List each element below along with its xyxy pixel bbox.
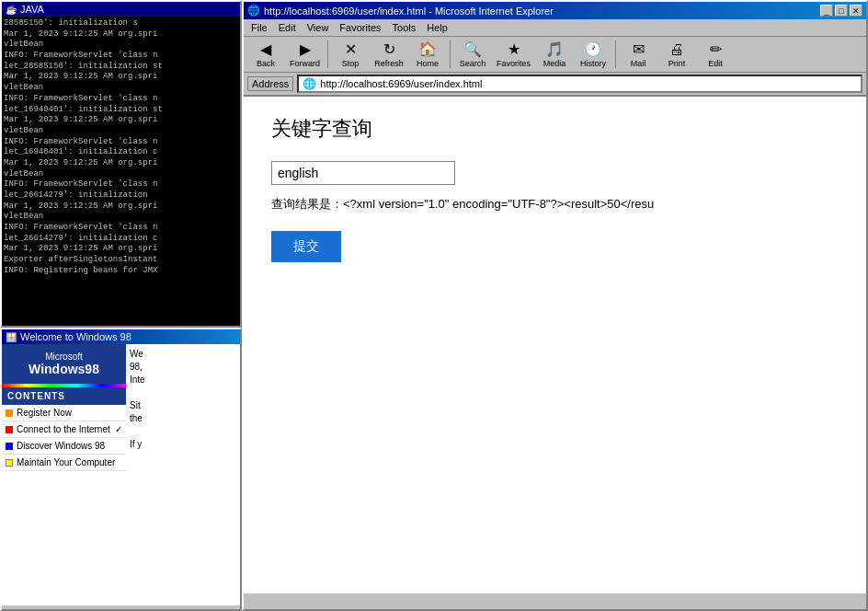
print-button[interactable]: 🖨 Print: [658, 40, 695, 70]
back-label: Back: [257, 59, 275, 68]
maintain-bullet: [6, 459, 13, 467]
win98-main-content: We98,InteSittheIf y: [126, 344, 240, 605]
toolbar-separator-2: [450, 40, 451, 68]
favorites-button[interactable]: ★ Favorites: [493, 39, 534, 70]
stop-label: Stop: [342, 59, 360, 68]
win98-title: Welcome to Windows 98: [20, 331, 131, 342]
menu-view[interactable]: View: [302, 20, 335, 35]
page-title: 关键字查询: [271, 115, 839, 143]
java-icon: ☕: [6, 5, 17, 15]
refresh-label: Refresh: [374, 59, 404, 68]
toolbar-separator-3: [615, 40, 616, 68]
mail-button[interactable]: ✉ Mail: [620, 39, 657, 70]
keyword-input[interactable]: [271, 161, 455, 185]
win98-logo-text: Microsoft: [9, 352, 119, 362]
forward-button[interactable]: ▶ Forward: [286, 39, 324, 70]
ie-window: 🌐 http://localhost:6969/user/index.html …: [242, 0, 868, 611]
menu-file[interactable]: File: [246, 20, 273, 35]
java-log: 28585150': initialization sMar 1, 2023 9…: [2, 17, 240, 320]
address-url: http://localhost:6969/user/index.html: [320, 78, 482, 89]
connect-bullet: [6, 426, 13, 433]
ie-titlebar-controls: _ □ ✕: [820, 5, 862, 17]
back-button[interactable]: ◀ Back: [247, 39, 284, 70]
connect-label: Connect to the Internet: [17, 424, 110, 434]
print-icon: 🖨: [669, 41, 684, 58]
register-label: Register Now: [17, 408, 72, 418]
history-button[interactable]: 🕐 History: [575, 39, 611, 70]
win98-window: 🪟 Welcome to Windows 98 Microsoft Window…: [0, 328, 242, 611]
ie-page-content: 关键字查询 查询结果是：<?xml version="1.0" encoding…: [244, 97, 866, 281]
stop-icon: ✕: [345, 40, 357, 58]
mail-icon: ✉: [633, 40, 645, 58]
address-input-container[interactable]: 🌐 http://localhost:6969/user/index.html: [297, 75, 862, 93]
maintain-label: Maintain Your Computer: [17, 457, 115, 467]
win98-logo-area: Microsoft Windows98: [2, 344, 126, 384]
edit-icon: ✏: [710, 40, 722, 58]
java-titlebar: ☕ JAVA: [2, 2, 240, 17]
home-label: Home: [417, 59, 439, 68]
sidebar-item-connect[interactable]: Connect to the Internet ✓: [2, 421, 126, 438]
connect-checkmark: ✓: [115, 424, 122, 434]
search-label: Search: [460, 59, 486, 68]
win98-content: Microsoft Windows98 CONTENTS Register No…: [2, 344, 240, 605]
win98-icon: 🪟: [6, 332, 17, 342]
win98-sidebar: Microsoft Windows98 CONTENTS Register No…: [2, 344, 126, 605]
menu-tools[interactable]: Tools: [387, 20, 422, 35]
media-icon: 🎵: [545, 40, 564, 58]
refresh-button[interactable]: ↻ Refresh: [371, 39, 407, 70]
java-console-window: ☕ JAVA 28585150': initialization sMar 1,…: [0, 0, 242, 328]
win98-description: We98,InteSittheIf y: [130, 348, 236, 451]
submit-button[interactable]: 提交: [271, 231, 341, 262]
home-button[interactable]: 🏠 Home: [409, 39, 446, 70]
mail-label: Mail: [631, 59, 646, 68]
forward-label: Forward: [290, 59, 320, 68]
stop-button[interactable]: ✕ Stop: [332, 39, 369, 70]
ie-page-icon: 🌐: [303, 77, 316, 90]
maximize-button[interactable]: □: [835, 5, 848, 17]
close-button[interactable]: ✕: [850, 5, 862, 17]
refresh-icon: ↻: [383, 40, 395, 58]
history-icon: 🕐: [584, 40, 602, 58]
ie-toolbar: ◀ Back ▶ Forward ✕ Stop ↻ Refresh 🏠 Home…: [244, 37, 866, 73]
ie-title-left: 🌐 http://localhost:6969/user/index.html …: [247, 5, 554, 17]
print-label: Print: [668, 59, 686, 68]
address-label: Address: [247, 76, 293, 91]
edit-button[interactable]: ✏ Edit: [697, 39, 734, 70]
java-title: JAVA: [20, 4, 44, 15]
home-icon: 🏠: [418, 40, 437, 58]
search-result: 查询结果是：<?xml version="1.0" encoding="UTF-…: [271, 196, 839, 213]
favorites-icon: ★: [508, 40, 520, 58]
forward-icon: ▶: [300, 40, 311, 58]
ie-address-bar: Address 🌐 http://localhost:6969/user/ind…: [244, 73, 866, 97]
register-bullet: [6, 409, 13, 417]
toolbar-separator-1: [327, 40, 328, 68]
media-button[interactable]: 🎵 Media: [536, 39, 573, 70]
win98-logo-product: Windows98: [9, 362, 119, 376]
ie-page-body: 关键字查询 查询结果是：<?xml version="1.0" encoding…: [244, 97, 866, 594]
discover-label: Discover Windows 98: [17, 441, 105, 451]
sidebar-item-register[interactable]: Register Now: [2, 405, 126, 421]
win98-contents-header: CONTENTS: [2, 387, 126, 405]
ie-icon: 🌐: [247, 5, 260, 17]
back-icon: ◀: [260, 40, 271, 58]
menu-favorites[interactable]: Favorites: [334, 20, 386, 35]
minimize-button[interactable]: _: [820, 5, 833, 17]
history-label: History: [580, 59, 606, 68]
ie-title: http://localhost:6969/user/index.html - …: [264, 6, 554, 17]
menu-help[interactable]: Help: [421, 20, 453, 35]
search-button[interactable]: 🔍 Search: [454, 39, 491, 70]
discover-bullet: [6, 443, 13, 450]
ie-titlebar: 🌐 http://localhost:6969/user/index.html …: [244, 2, 866, 19]
media-label: Media: [543, 59, 566, 68]
edit-label: Edit: [708, 59, 723, 68]
sidebar-item-discover[interactable]: Discover Windows 98: [2, 438, 126, 455]
ie-menubar: File Edit View Favorites Tools Help: [244, 19, 866, 37]
search-icon: 🔍: [463, 40, 482, 58]
win98-titlebar: 🪟 Welcome to Windows 98: [2, 329, 240, 344]
sidebar-item-maintain[interactable]: Maintain Your Computer: [2, 455, 126, 471]
menu-edit[interactable]: Edit: [273, 20, 302, 35]
favorites-label: Favorites: [497, 59, 531, 68]
